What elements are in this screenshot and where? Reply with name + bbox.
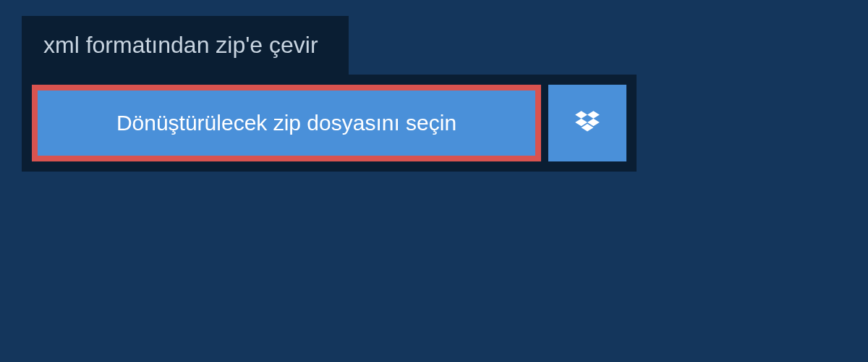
dropbox-button[interactable] [548, 85, 626, 161]
select-file-button[interactable]: Dönüştürülecek zip dosyasını seçin [32, 85, 541, 161]
select-file-button-label: Dönüştürülecek zip dosyasını seçin [116, 111, 456, 135]
page-title: xml formatından zip'e çevir [43, 32, 318, 58]
upload-panel: Dönüştürülecek zip dosyasını seçin [22, 75, 637, 172]
content-wrapper: xml formatından zip'e çevir Dönüştürülec… [0, 0, 868, 172]
tab-header: xml formatından zip'e çevir [22, 16, 349, 75]
dropbox-icon [572, 108, 603, 138]
